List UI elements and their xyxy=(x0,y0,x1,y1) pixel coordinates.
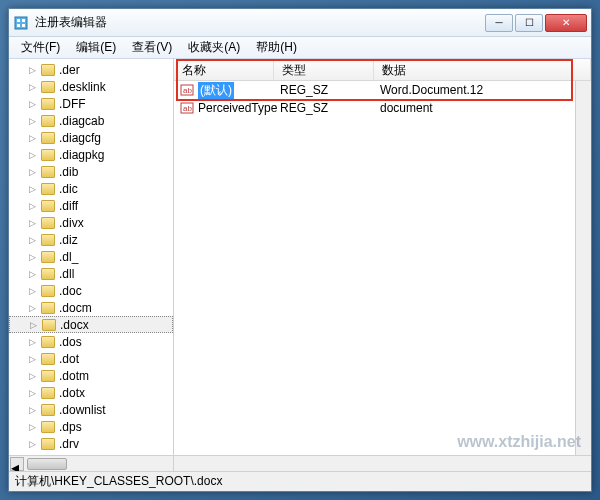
expand-icon[interactable]: ▷ xyxy=(29,116,41,126)
folder-icon xyxy=(41,217,55,229)
value-name: PerceivedType xyxy=(198,101,277,115)
tree-item-label: .dotm xyxy=(59,369,89,383)
svg-rect-3 xyxy=(17,24,20,27)
expand-icon[interactable]: ▷ xyxy=(29,303,41,313)
expand-icon[interactable]: ▷ xyxy=(29,269,41,279)
regedit-window: 注册表编辑器 ─ ☐ ✕ 文件(F) 编辑(E) 查看(V) 收藏夹(A) 帮助… xyxy=(8,8,592,492)
tree-item-label: .divx xyxy=(59,216,84,230)
tree-item-label: .dps xyxy=(59,420,82,434)
expand-icon[interactable]: ▷ xyxy=(29,150,41,160)
tree-item[interactable]: ▷.doc xyxy=(9,282,173,299)
close-button[interactable]: ✕ xyxy=(545,14,587,32)
expand-icon[interactable]: ▷ xyxy=(29,82,41,92)
value-row[interactable]: ab(默认)REG_SZWord.Document.12 xyxy=(174,81,591,99)
expand-icon[interactable]: ▷ xyxy=(29,286,41,296)
tree-item[interactable]: ▷.drv xyxy=(9,435,173,452)
tree-item[interactable]: ▷.docm xyxy=(9,299,173,316)
scroll-thumb[interactable] xyxy=(27,458,67,470)
tree-item[interactable]: ▷.dot xyxy=(9,350,173,367)
expand-icon[interactable]: ▷ xyxy=(29,184,41,194)
menubar: 文件(F) 编辑(E) 查看(V) 收藏夹(A) 帮助(H) xyxy=(9,37,591,59)
tree-item-label: .dos xyxy=(59,335,82,349)
tree-item-label: .downlist xyxy=(59,403,106,417)
value-type: REG_SZ xyxy=(274,101,374,115)
svg-rect-4 xyxy=(22,24,25,27)
tree-item[interactable]: ▷.diagcab xyxy=(9,112,173,129)
tree-item-label: .diagpkg xyxy=(59,148,104,162)
value-row[interactable]: abPerceivedTypeREG_SZdocument xyxy=(174,99,591,117)
expand-icon[interactable]: ▷ xyxy=(29,405,41,415)
maximize-button[interactable]: ☐ xyxy=(515,14,543,32)
menu-edit[interactable]: 编辑(E) xyxy=(68,37,124,58)
column-type[interactable]: 类型 xyxy=(274,59,374,80)
menu-favorites[interactable]: 收藏夹(A) xyxy=(180,37,248,58)
list-horizontal-scrollbar[interactable] xyxy=(174,455,591,471)
list-header: 名称 类型 数据 xyxy=(174,59,591,81)
tree-item[interactable]: ▷.docx xyxy=(9,316,173,333)
tree-item[interactable]: ▷.dib xyxy=(9,163,173,180)
svg-rect-1 xyxy=(17,19,20,22)
folder-icon xyxy=(41,166,55,178)
expand-icon[interactable]: ▷ xyxy=(29,99,41,109)
tree-item[interactable]: ▷.divx xyxy=(9,214,173,231)
window-controls: ─ ☐ ✕ xyxy=(485,14,587,32)
tree-item[interactable]: ▷.dl_ xyxy=(9,248,173,265)
tree-item[interactable]: ▷.diz xyxy=(9,231,173,248)
svg-text:ab: ab xyxy=(183,86,192,95)
tree-item-label: .dl_ xyxy=(59,250,78,264)
expand-icon[interactable]: ▷ xyxy=(29,218,41,228)
tree-item[interactable]: ▷.dotm xyxy=(9,367,173,384)
menu-help[interactable]: 帮助(H) xyxy=(248,37,305,58)
tree-item[interactable]: ▷.diff xyxy=(9,197,173,214)
tree-panel[interactable]: ▷.der▷.desklink▷.DFF▷.diagcab▷.diagcfg▷.… xyxy=(9,59,174,471)
expand-icon[interactable]: ▷ xyxy=(29,388,41,398)
expand-icon[interactable]: ▷ xyxy=(29,371,41,381)
tree-item[interactable]: ▷.dos xyxy=(9,333,173,350)
expand-icon[interactable]: ▷ xyxy=(29,337,41,347)
tree-item[interactable]: ▷.downlist xyxy=(9,401,173,418)
tree-horizontal-scrollbar[interactable]: ◂ xyxy=(9,455,173,471)
minimize-button[interactable]: ─ xyxy=(485,14,513,32)
tree-item[interactable]: ▷.diagcfg xyxy=(9,129,173,146)
folder-icon xyxy=(41,336,55,348)
list-vertical-scrollbar[interactable] xyxy=(575,81,591,455)
tree-item[interactable]: ▷.diagpkg xyxy=(9,146,173,163)
tree-item-label: .diff xyxy=(59,199,78,213)
content-area: ▷.der▷.desklink▷.DFF▷.diagcab▷.diagcfg▷.… xyxy=(9,59,591,471)
expand-icon[interactable]: ▷ xyxy=(29,133,41,143)
tree-item[interactable]: ▷.dic xyxy=(9,180,173,197)
folder-icon xyxy=(41,64,55,76)
tree-item[interactable]: ▷.DFF xyxy=(9,95,173,112)
folder-icon xyxy=(41,183,55,195)
expand-icon[interactable]: ▷ xyxy=(30,320,42,330)
values-list[interactable]: ab(默认)REG_SZWord.Document.12abPerceivedT… xyxy=(174,81,591,471)
scroll-left-button[interactable]: ◂ xyxy=(10,457,24,471)
tree-item[interactable]: ▷.dotx xyxy=(9,384,173,401)
column-data[interactable]: 数据 xyxy=(374,59,591,80)
folder-icon xyxy=(41,370,55,382)
titlebar[interactable]: 注册表编辑器 ─ ☐ ✕ xyxy=(9,9,591,37)
menu-view[interactable]: 查看(V) xyxy=(124,37,180,58)
tree-item[interactable]: ▷.dps xyxy=(9,418,173,435)
tree-item-label: .doc xyxy=(59,284,82,298)
expand-icon[interactable]: ▷ xyxy=(29,167,41,177)
tree-item-label: .docx xyxy=(60,318,89,332)
expand-icon[interactable]: ▷ xyxy=(29,252,41,262)
expand-icon[interactable]: ▷ xyxy=(29,439,41,449)
tree-item[interactable]: ▷.der xyxy=(9,61,173,78)
tree-item[interactable]: ▷.dll xyxy=(9,265,173,282)
registry-tree: ▷.der▷.desklink▷.DFF▷.diagcab▷.diagcfg▷.… xyxy=(9,59,173,471)
expand-icon[interactable]: ▷ xyxy=(29,235,41,245)
expand-icon[interactable]: ▷ xyxy=(29,354,41,364)
tree-item[interactable]: ▷.desklink xyxy=(9,78,173,95)
folder-icon xyxy=(41,200,55,212)
folder-icon xyxy=(42,319,56,331)
value-type: REG_SZ xyxy=(274,83,374,97)
column-name[interactable]: 名称 xyxy=(174,59,274,80)
expand-icon[interactable]: ▷ xyxy=(29,422,41,432)
value-name: (默认) xyxy=(198,82,234,99)
menu-file[interactable]: 文件(F) xyxy=(13,37,68,58)
expand-icon[interactable]: ▷ xyxy=(29,201,41,211)
expand-icon[interactable]: ▷ xyxy=(29,65,41,75)
regedit-icon xyxy=(13,15,29,31)
